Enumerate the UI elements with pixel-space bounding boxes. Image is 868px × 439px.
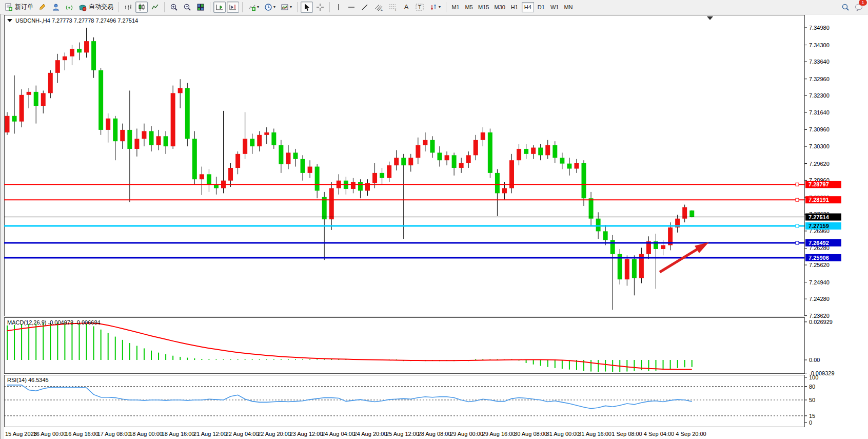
horizontal-line-button[interactable] [345,2,358,13]
line-handle[interactable] [796,241,799,244]
date-axis-label: 30 Aug 08:00 [514,431,547,437]
timeframe-button-m30[interactable]: M30 [492,2,507,12]
candle-down [567,164,571,169]
candle-down [380,173,384,178]
auto-trading-label: 自动交易 [89,3,113,11]
auto-trading-button[interactable]: 自动交易 [76,2,115,13]
candle-up [394,158,399,165]
channel-button[interactable]: E [372,2,385,13]
price-axis-label: 7.25620 [809,262,830,268]
timeframe-button-d1[interactable]: D1 [535,2,547,12]
timeframe-button-h1[interactable]: H1 [508,2,521,12]
candlestick-icon [137,3,146,11]
candle-up [387,165,391,178]
signal-icon [65,3,73,11]
arrows-tool-button[interactable]: ▾ [427,2,443,13]
dropdown-arrow-icon: ▾ [290,5,292,9]
cursor-button[interactable] [301,2,313,13]
vertical-line-button[interactable] [333,2,344,13]
line-handle[interactable] [796,183,799,186]
zoom-in-button[interactable] [168,2,180,13]
chart-canvas[interactable]: 7.349807.343007.336407.329607.323007.316… [0,14,868,439]
price-axis-label: 7.29620 [809,161,830,167]
chat-button[interactable]: 1 [853,2,865,13]
fibonacci-button[interactable]: F [386,2,400,13]
date-axis[interactable]: 15 Aug 202316 Aug 00:0016 Aug 16:0017 Au… [5,431,706,437]
search-button[interactable] [839,2,852,13]
toolbar-separator [242,2,243,12]
crosshair-button[interactable] [314,2,326,13]
zoom-out-button[interactable] [181,2,193,13]
indicators-button[interactable]: ▾ [246,2,261,13]
candle-down [185,88,190,139]
crosshair-icon [316,3,324,11]
timeframe-button-m5[interactable]: M5 [463,2,475,12]
candle-up [545,145,550,156]
svg-text:E: E [381,8,383,11]
price-axis-label: 7.31640 [809,109,830,116]
candle-up [48,73,53,93]
candle-up [134,139,139,149]
line-handle[interactable] [796,224,799,227]
candlestick-button[interactable] [135,2,148,13]
timeframe-button-mn[interactable]: MN [562,2,575,12]
price-axis-label: 7.34300 [809,42,830,48]
candle-up [142,131,146,139]
candle-up [106,119,110,130]
timeframe-button-m1[interactable]: M1 [449,2,462,12]
date-axis-label: 22 Aug 04:00 [226,431,259,437]
templates-button[interactable]: ▾ [279,2,294,13]
candle-up [264,132,269,135]
tile-windows-button[interactable] [194,2,207,13]
vertical-line-icon [335,3,342,11]
candle-down [553,145,557,158]
text-tool-icon: A [404,3,409,11]
date-axis-label: 28 Aug 08:00 [418,431,451,437]
new-order-button[interactable]: 新订单 [3,2,35,13]
periods-button[interactable]: ▾ [262,2,278,13]
rsi-panel [5,375,805,427]
chart-shift-button[interactable] [227,2,239,13]
macd-title: MACD(12,26,9) -0.004978 -0.006684 [7,319,101,326]
bar-chart-button[interactable] [122,2,134,13]
price-axis-label: 7.32960 [809,76,830,82]
candle-down [582,163,586,198]
candle-up [351,182,356,189]
rsi-title: RSI(14) 46.5345 [7,377,49,383]
candle-down [689,211,694,217]
community-button[interactable] [50,2,62,13]
fibonacci-icon: F [388,3,398,11]
cursor-icon [303,3,311,11]
candle-down [34,92,38,106]
price-axis-label: 7.30300 [809,143,830,149]
dropdown-arrow-icon: ▾ [439,5,441,9]
candle-down [632,259,637,278]
candle-down [603,231,608,240]
candle-down [113,119,117,141]
candle-up [308,167,312,173]
timeframe-button-h4[interactable]: H4 [522,2,534,12]
styler-button[interactable] [36,2,49,13]
horizontal-line-icon [347,3,356,11]
candle-down [430,140,435,153]
candle-up [228,168,233,181]
candle-down [589,198,594,218]
auto-scroll-button[interactable] [213,2,226,13]
text-tool-button[interactable]: A [401,2,412,13]
main-panel [5,15,805,316]
line-chart-button[interactable] [149,2,161,13]
trendline-button[interactable] [359,2,371,13]
label-tool-button[interactable]: T [413,2,426,13]
line-handle[interactable] [796,198,799,201]
date-axis-label: 23 Aug 12:00 [290,431,323,437]
candle-up [329,188,334,219]
candle-down [192,139,197,179]
signals-button[interactable] [63,2,75,13]
timeframe-button-m15[interactable]: M15 [476,2,491,12]
candle-down [315,167,320,191]
price-tag-label: 7.25906 [808,255,829,261]
candle-down [98,70,103,130]
date-axis-label: 18 Aug 16:00 [162,431,195,437]
timeframe-button-w1[interactable]: W1 [548,2,561,12]
crayon-icon [38,3,47,11]
